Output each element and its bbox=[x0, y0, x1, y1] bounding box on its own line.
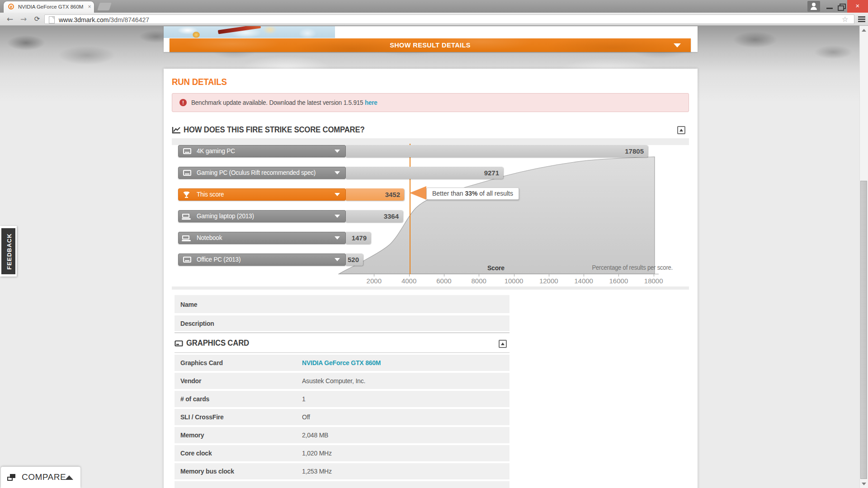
dropdown-label: Office PC (2013) bbox=[197, 254, 244, 265]
feedback-tab[interactable]: FEEDBACK bbox=[0, 226, 17, 277]
comparison-dropdown[interactable]: This score bbox=[178, 188, 346, 201]
axis-tick-label: 4000 bbox=[396, 277, 423, 285]
table-row: SLI / CrossFireOff bbox=[175, 409, 509, 425]
axis-tick-label: 10000 bbox=[500, 277, 528, 285]
chevron-down-icon bbox=[335, 258, 340, 261]
browser-tab[interactable]: NVIDIA GeForce GTX 860M × bbox=[4, 1, 94, 13]
dropdown-label: Notebook bbox=[197, 232, 224, 244]
table-row bbox=[175, 481, 509, 488]
tooltip-arrow-icon bbox=[410, 186, 426, 200]
description-row: Description bbox=[175, 315, 509, 331]
compare-section-title: HOW DOES THIS FIRE STRIKE SCORE COMPARE? bbox=[184, 125, 378, 135]
laptop-icon bbox=[182, 214, 189, 218]
restore-button[interactable] bbox=[835, 1, 847, 12]
chevron-down-icon bbox=[335, 150, 340, 153]
desktop-icon bbox=[183, 170, 191, 176]
table-row: Core clock1,020 MHz bbox=[175, 445, 509, 461]
name-label: Name bbox=[180, 300, 197, 308]
layers-icon bbox=[7, 474, 17, 482]
score-bar: 1479 bbox=[346, 232, 371, 244]
bookmark-star-icon[interactable]: ☆ bbox=[842, 15, 848, 23]
forward-button[interactable]: → bbox=[18, 14, 29, 25]
comparison-dropdown[interactable]: Office PC (2013) bbox=[178, 253, 346, 266]
score-value: 1479 bbox=[352, 232, 367, 244]
axis-tick bbox=[374, 274, 374, 277]
browser-menu-icon[interactable] bbox=[858, 16, 865, 22]
table-row: VendorAsustek Computer, Inc. bbox=[175, 373, 509, 389]
feedback-label: FEEDBACK bbox=[6, 229, 13, 274]
comparison-dropdown[interactable]: Gaming PC (Oculus Rift recommended spec) bbox=[178, 167, 346, 179]
line-chart-icon bbox=[172, 127, 181, 134]
chevron-down-icon bbox=[335, 193, 340, 196]
section-divider bbox=[175, 333, 509, 333]
table-row: Graphics CardNVIDIA GeForce GTX 860M bbox=[175, 355, 509, 371]
x-axis bbox=[338, 274, 659, 274]
scrollbar-down-icon[interactable] bbox=[862, 483, 866, 485]
scrollbar-up-icon[interactable] bbox=[862, 29, 866, 32]
table-row-label: Graphics Card bbox=[180, 355, 226, 371]
axis-tick-label: 12000 bbox=[535, 277, 562, 285]
url-text[interactable]: www.3dmark.com/3dm/8746427 bbox=[59, 16, 149, 23]
axis-tick-label: 6000 bbox=[430, 277, 458, 285]
back-button[interactable]: ← bbox=[5, 14, 15, 25]
table-row-label: SLI / CrossFire bbox=[180, 409, 227, 425]
axis-tick-label: 2000 bbox=[360, 277, 387, 285]
minimize-button[interactable] bbox=[824, 1, 835, 12]
table-row-value: 1 bbox=[302, 391, 306, 407]
dropdown-label: Gaming PC (Oculus Rift recommended spec) bbox=[197, 167, 325, 178]
table-row: # of cards1 bbox=[175, 391, 509, 407]
tab-close-icon[interactable]: × bbox=[86, 3, 93, 10]
axis-tick-label: 14000 bbox=[570, 277, 597, 285]
show-result-details-button[interactable]: SHOW RESULT DETAILS bbox=[170, 38, 691, 52]
hero-image bbox=[164, 26, 335, 38]
table-row-label: # of cards bbox=[180, 391, 212, 407]
axis-tick bbox=[479, 274, 479, 277]
table-row-label: Memory bbox=[180, 427, 206, 443]
distribution-area-chart bbox=[335, 143, 660, 275]
desktop-icon bbox=[183, 257, 191, 263]
axis-tick bbox=[444, 274, 444, 277]
axis-tick bbox=[409, 274, 410, 277]
comparison-dropdown[interactable]: Gaming laptop (2013) bbox=[178, 210, 346, 222]
axis-tick bbox=[654, 274, 654, 277]
compare-button[interactable]: COMPARE bbox=[1, 467, 80, 488]
axis-tick bbox=[514, 274, 514, 277]
dropdown-label: This score bbox=[197, 189, 226, 200]
axis-tick bbox=[618, 274, 619, 277]
update-here-link[interactable]: here bbox=[365, 99, 377, 106]
page-icon bbox=[49, 16, 55, 23]
chevron-up-icon bbox=[65, 475, 73, 480]
score-bar: 3364 bbox=[346, 210, 403, 222]
window-close-button[interactable]: × bbox=[847, 0, 868, 13]
refresh-button[interactable]: ⟳ bbox=[32, 14, 42, 25]
new-tab-button[interactable] bbox=[97, 3, 112, 10]
scrollbar-thumb[interactable] bbox=[860, 181, 867, 479]
feedback-tab-inner: FEEDBACK bbox=[1, 228, 15, 274]
graphics-card-link[interactable]: NVIDIA GeForce GTX 860M bbox=[302, 355, 387, 371]
chevron-down-icon bbox=[335, 215, 340, 218]
axis-tick-label: 8000 bbox=[465, 277, 492, 285]
table-row-value: Off bbox=[302, 409, 311, 425]
score-marker-line bbox=[410, 144, 410, 274]
collapse-section-button[interactable] bbox=[677, 126, 685, 134]
score-value: 520 bbox=[348, 253, 359, 266]
show-result-details-label: SHOW RESULT DETAILS bbox=[170, 38, 691, 52]
browser-titlebar bbox=[0, 0, 868, 13]
percentage-note: Percentage of results per score. bbox=[586, 264, 673, 271]
url-domain: www.3dmark.com bbox=[59, 16, 108, 23]
alert-icon: ! bbox=[179, 99, 187, 106]
comparison-dropdown[interactable]: 4K gaming PC bbox=[178, 145, 346, 157]
tab-title: NVIDIA GeForce GTX 860M bbox=[18, 4, 84, 11]
chevron-down-icon bbox=[335, 236, 340, 239]
chart-bottom-strip bbox=[172, 286, 689, 290]
trophy-icon bbox=[183, 191, 190, 198]
collapse-graphics-card-button[interactable] bbox=[499, 340, 507, 348]
comparison-dropdown[interactable]: Notebook bbox=[178, 232, 346, 244]
run-details-title: RUN DETAILS bbox=[172, 77, 231, 87]
x-axis-title: Score bbox=[487, 264, 506, 272]
table-row-value: 2,048 MB bbox=[302, 427, 330, 443]
graphics-card-icon bbox=[175, 340, 183, 347]
profile-icon[interactable] bbox=[807, 1, 820, 12]
address-bar[interactable] bbox=[44, 14, 854, 24]
score-value: 3452 bbox=[385, 188, 400, 201]
